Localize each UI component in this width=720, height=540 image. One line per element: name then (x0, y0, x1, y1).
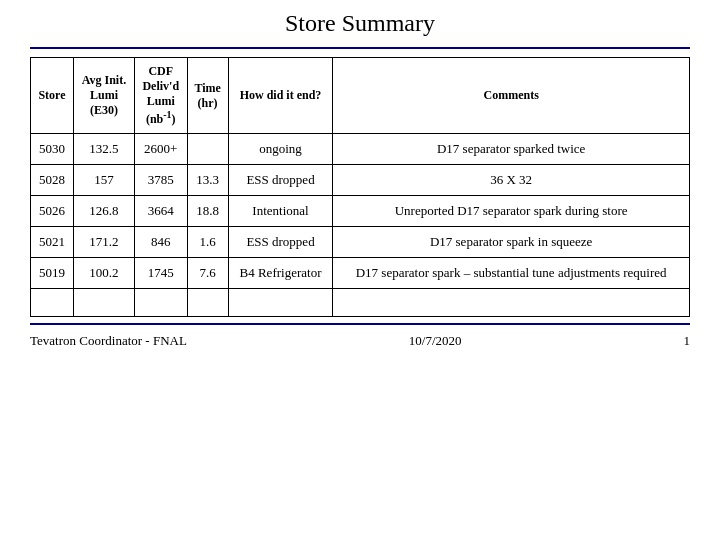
cell-store: 5026 (31, 196, 74, 227)
cell-time: 18.8 (187, 196, 228, 227)
cell-deliv (135, 289, 188, 317)
cell-store: 5019 (31, 258, 74, 289)
table-row: 5030132.52600+ongoingD17 separator spark… (31, 134, 690, 165)
cell-store: 5021 (31, 227, 74, 258)
col-header-end: How did it end? (228, 58, 333, 134)
cell-time (187, 289, 228, 317)
cell-comment: D17 separator sparked twice (333, 134, 690, 165)
cell-deliv: 3664 (135, 196, 188, 227)
cell-store: 5030 (31, 134, 74, 165)
footer-right: 1 (683, 333, 690, 349)
cell-store (31, 289, 74, 317)
table-row: 5028157378513.3ESS dropped36 X 32 (31, 165, 690, 196)
cell-lumi: 100.2 (73, 258, 134, 289)
col-header-time: Time(hr) (187, 58, 228, 134)
cell-lumi: 171.2 (73, 227, 134, 258)
page-title: Store Summary (30, 10, 690, 37)
col-header-comments: Comments (333, 58, 690, 134)
cell-comment: Unreported D17 separator spark during st… (333, 196, 690, 227)
cell-time: 13.3 (187, 165, 228, 196)
cell-time: 1.6 (187, 227, 228, 258)
cell-deliv: 3785 (135, 165, 188, 196)
cell-lumi: 126.8 (73, 196, 134, 227)
footer-center: 10/7/2020 (409, 333, 462, 349)
cell-end: ESS dropped (228, 227, 333, 258)
cell-end: ongoing (228, 134, 333, 165)
cell-store: 5028 (31, 165, 74, 196)
top-divider (30, 47, 690, 49)
cell-deliv: 1745 (135, 258, 188, 289)
footer: Tevatron Coordinator - FNAL 10/7/2020 1 (30, 329, 690, 349)
store-summary-table: Store Avg Init.Lumi(E30) CDFDeliv'dLumi(… (30, 57, 690, 317)
cell-deliv: 2600+ (135, 134, 188, 165)
col-header-lumi: Avg Init.Lumi(E30) (73, 58, 134, 134)
cell-time: 7.6 (187, 258, 228, 289)
col-header-store: Store (31, 58, 74, 134)
table-row: 5019100.217457.6B4 RefrigeratorD17 separ… (31, 258, 690, 289)
page: Store Summary Store Avg Init.Lumi(E30) C… (0, 0, 720, 540)
footer-left: Tevatron Coordinator - FNAL (30, 333, 187, 349)
table-row: 5026126.8366418.8IntentionalUnreported D… (31, 196, 690, 227)
cell-lumi: 132.5 (73, 134, 134, 165)
cell-end (228, 289, 333, 317)
cell-deliv: 846 (135, 227, 188, 258)
cell-comment: D17 separator spark – substantial tune a… (333, 258, 690, 289)
cell-end: ESS dropped (228, 165, 333, 196)
cell-comment: 36 X 32 (333, 165, 690, 196)
cell-lumi (73, 289, 134, 317)
cell-end: Intentional (228, 196, 333, 227)
cell-end: B4 Refrigerator (228, 258, 333, 289)
table-row: 5021171.28461.6ESS droppedD17 separator … (31, 227, 690, 258)
table-row (31, 289, 690, 317)
cell-time (187, 134, 228, 165)
cell-comment (333, 289, 690, 317)
title-section: Store Summary (30, 0, 690, 43)
cell-lumi: 157 (73, 165, 134, 196)
bottom-divider (30, 323, 690, 325)
col-header-deliv: CDFDeliv'dLumi(nb-1) (135, 58, 188, 134)
cell-comment: D17 separator spark in squeeze (333, 227, 690, 258)
table-header-row: Store Avg Init.Lumi(E30) CDFDeliv'dLumi(… (31, 58, 690, 134)
